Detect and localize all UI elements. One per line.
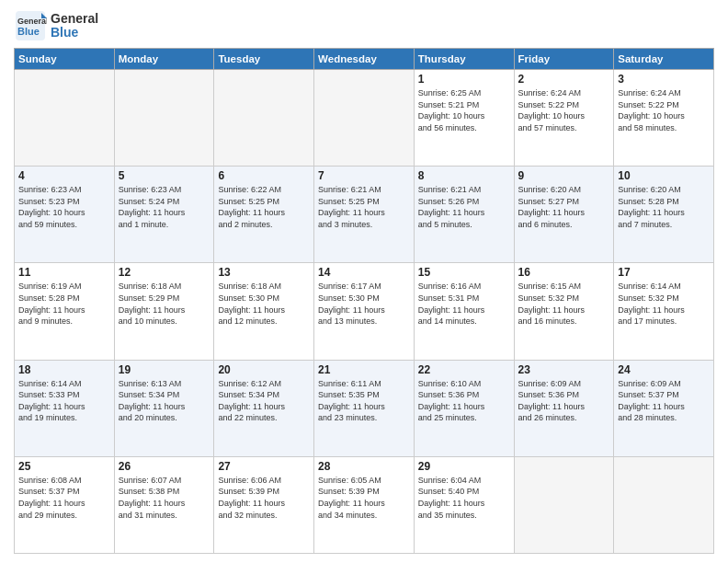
day-info: Sunrise: 6:07 AM Sunset: 5:38 PM Dayligh… (119, 475, 210, 521)
day-header-monday: Monday (114, 49, 214, 70)
day-number: 20 (218, 363, 310, 376)
day-header-thursday: Thursday (414, 49, 514, 70)
day-number: 23 (518, 363, 610, 376)
day-number: 10 (618, 169, 710, 182)
week-row-2: 11Sunrise: 6:19 AM Sunset: 5:28 PM Dayli… (15, 263, 714, 360)
svg-text:Blue: Blue (17, 26, 40, 37)
logo: General Blue General Blue (14, 9, 98, 42)
calendar-cell: 1Sunrise: 6:25 AM Sunset: 5:21 PM Daylig… (414, 70, 514, 167)
calendar-cell: 27Sunrise: 6:06 AM Sunset: 5:39 PM Dayli… (214, 456, 314, 553)
day-number: 6 (218, 169, 310, 182)
week-row-3: 18Sunrise: 6:14 AM Sunset: 5:33 PM Dayli… (15, 360, 714, 456)
calendar-cell: 12Sunrise: 6:18 AM Sunset: 5:29 PM Dayli… (114, 263, 214, 360)
calendar-cell: 26Sunrise: 6:07 AM Sunset: 5:38 PM Dayli… (114, 456, 214, 553)
logo-svg: General Blue (14, 9, 47, 42)
calendar-cell: 3Sunrise: 6:24 AM Sunset: 5:22 PM Daylig… (614, 70, 714, 167)
day-info: Sunrise: 6:22 AM Sunset: 5:25 PM Dayligh… (218, 184, 310, 230)
calendar-cell: 24Sunrise: 6:09 AM Sunset: 5:37 PM Dayli… (614, 360, 714, 456)
day-number: 3 (618, 73, 710, 86)
day-number: 9 (518, 169, 610, 182)
day-number: 13 (218, 266, 310, 279)
day-info: Sunrise: 6:05 AM Sunset: 5:39 PM Dayligh… (318, 475, 410, 521)
day-info: Sunrise: 6:24 AM Sunset: 5:22 PM Dayligh… (518, 87, 610, 133)
calendar: SundayMondayTuesdayWednesdayThursdayFrid… (14, 48, 714, 554)
day-info: Sunrise: 6:09 AM Sunset: 5:36 PM Dayligh… (518, 378, 610, 424)
calendar-cell: 15Sunrise: 6:16 AM Sunset: 5:31 PM Dayli… (414, 263, 514, 360)
day-number: 25 (18, 460, 110, 473)
calendar-cell: 16Sunrise: 6:15 AM Sunset: 5:32 PM Dayli… (514, 263, 614, 360)
calendar-cell (114, 70, 214, 167)
day-info: Sunrise: 6:20 AM Sunset: 5:27 PM Dayligh… (518, 184, 610, 230)
logo-line2: Blue (51, 26, 98, 40)
calendar-cell: 29Sunrise: 6:04 AM Sunset: 5:40 PM Dayli… (414, 456, 514, 553)
calendar-header-row: SundayMondayTuesdayWednesdayThursdayFrid… (15, 49, 714, 70)
calendar-cell (614, 456, 714, 553)
calendar-cell: 6Sunrise: 6:22 AM Sunset: 5:25 PM Daylig… (214, 167, 314, 263)
day-info: Sunrise: 6:11 AM Sunset: 5:35 PM Dayligh… (318, 378, 410, 424)
day-number: 7 (318, 169, 410, 182)
calendar-cell (314, 70, 415, 167)
day-number: 12 (119, 266, 210, 279)
day-number: 5 (119, 169, 210, 182)
calendar-cell: 25Sunrise: 6:08 AM Sunset: 5:37 PM Dayli… (15, 456, 115, 553)
day-number: 16 (518, 266, 610, 279)
calendar-cell: 23Sunrise: 6:09 AM Sunset: 5:36 PM Dayli… (514, 360, 614, 456)
day-info: Sunrise: 6:19 AM Sunset: 5:28 PM Dayligh… (18, 281, 110, 327)
day-info: Sunrise: 6:23 AM Sunset: 5:24 PM Dayligh… (119, 184, 210, 230)
day-info: Sunrise: 6:15 AM Sunset: 5:32 PM Dayligh… (518, 281, 610, 327)
calendar-cell: 5Sunrise: 6:23 AM Sunset: 5:24 PM Daylig… (114, 167, 214, 263)
day-number: 8 (418, 169, 510, 182)
day-number: 1 (418, 73, 510, 86)
calendar-cell: 9Sunrise: 6:20 AM Sunset: 5:27 PM Daylig… (514, 167, 614, 263)
day-info: Sunrise: 6:18 AM Sunset: 5:30 PM Dayligh… (218, 281, 310, 327)
day-info: Sunrise: 6:13 AM Sunset: 5:34 PM Dayligh… (119, 378, 210, 424)
calendar-cell: 28Sunrise: 6:05 AM Sunset: 5:39 PM Dayli… (314, 456, 415, 553)
day-number: 26 (119, 460, 210, 473)
calendar-cell: 21Sunrise: 6:11 AM Sunset: 5:35 PM Dayli… (314, 360, 415, 456)
header: General Blue General Blue (14, 9, 714, 42)
day-header-friday: Friday (514, 49, 614, 70)
day-number: 22 (418, 363, 510, 376)
day-info: Sunrise: 6:04 AM Sunset: 5:40 PM Dayligh… (418, 475, 510, 521)
calendar-cell: 22Sunrise: 6:10 AM Sunset: 5:36 PM Dayli… (414, 360, 514, 456)
day-number: 15 (418, 266, 510, 279)
day-number: 28 (318, 460, 410, 473)
calendar-cell: 18Sunrise: 6:14 AM Sunset: 5:33 PM Dayli… (15, 360, 115, 456)
day-number: 24 (618, 363, 710, 376)
day-number: 11 (18, 266, 110, 279)
day-number: 18 (18, 363, 110, 376)
day-info: Sunrise: 6:09 AM Sunset: 5:37 PM Dayligh… (618, 378, 710, 424)
day-number: 29 (418, 460, 510, 473)
calendar-cell: 13Sunrise: 6:18 AM Sunset: 5:30 PM Dayli… (214, 263, 314, 360)
day-number: 27 (218, 460, 310, 473)
day-number: 14 (318, 266, 410, 279)
calendar-cell: 11Sunrise: 6:19 AM Sunset: 5:28 PM Dayli… (15, 263, 115, 360)
day-info: Sunrise: 6:06 AM Sunset: 5:39 PM Dayligh… (218, 475, 310, 521)
day-header-sunday: Sunday (15, 49, 115, 70)
calendar-cell: 19Sunrise: 6:13 AM Sunset: 5:34 PM Dayli… (114, 360, 214, 456)
day-info: Sunrise: 6:10 AM Sunset: 5:36 PM Dayligh… (418, 378, 510, 424)
calendar-cell (15, 70, 115, 167)
day-number: 19 (119, 363, 210, 376)
day-number: 2 (518, 73, 610, 86)
week-row-0: 1Sunrise: 6:25 AM Sunset: 5:21 PM Daylig… (15, 70, 714, 167)
logo-line1: General (51, 12, 98, 26)
calendar-cell (214, 70, 314, 167)
day-header-saturday: Saturday (614, 49, 714, 70)
calendar-cell: 7Sunrise: 6:21 AM Sunset: 5:25 PM Daylig… (314, 167, 415, 263)
calendar-cell: 20Sunrise: 6:12 AM Sunset: 5:34 PM Dayli… (214, 360, 314, 456)
calendar-cell: 2Sunrise: 6:24 AM Sunset: 5:22 PM Daylig… (514, 70, 614, 167)
day-info: Sunrise: 6:18 AM Sunset: 5:29 PM Dayligh… (119, 281, 210, 327)
day-number: 21 (318, 363, 410, 376)
page: General Blue General Blue SundayMondayTu… (0, 0, 728, 563)
day-info: Sunrise: 6:14 AM Sunset: 5:32 PM Dayligh… (618, 281, 710, 327)
day-info: Sunrise: 6:20 AM Sunset: 5:28 PM Dayligh… (618, 184, 710, 230)
day-info: Sunrise: 6:21 AM Sunset: 5:26 PM Dayligh… (418, 184, 510, 230)
calendar-cell: 10Sunrise: 6:20 AM Sunset: 5:28 PM Dayli… (614, 167, 714, 263)
day-header-wednesday: Wednesday (314, 49, 415, 70)
day-number: 17 (618, 266, 710, 279)
day-number: 4 (18, 169, 110, 182)
day-info: Sunrise: 6:24 AM Sunset: 5:22 PM Dayligh… (618, 87, 710, 133)
day-info: Sunrise: 6:23 AM Sunset: 5:23 PM Dayligh… (18, 184, 110, 230)
calendar-cell: 14Sunrise: 6:17 AM Sunset: 5:30 PM Dayli… (314, 263, 415, 360)
